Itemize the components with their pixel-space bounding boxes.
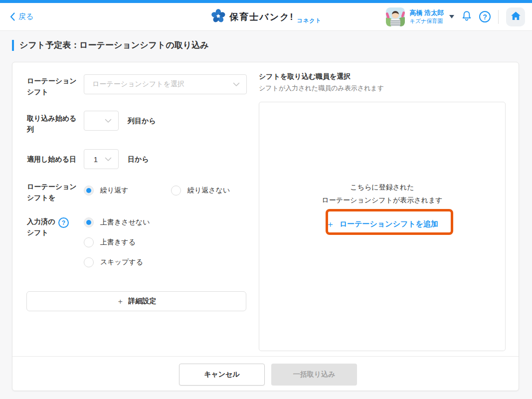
user-org: キズナ保育園 bbox=[409, 17, 444, 25]
app-header: 戻る 保育士バンク! コネクト bbox=[0, 3, 532, 31]
radio-overwrite[interactable]: 上書きする bbox=[84, 237, 136, 247]
help-icon[interactable]: ? bbox=[58, 217, 69, 228]
cancel-button[interactable]: キャンセル bbox=[179, 364, 265, 386]
help-button[interactable]: ? bbox=[479, 11, 491, 22]
staff-panel-subtitle: シフトが入力された職員のみ表示されます bbox=[259, 84, 384, 93]
chevron-down-icon bbox=[233, 80, 240, 89]
add-rotation-shift-button[interactable]: ＋ ローテーションシフトを追加 bbox=[326, 218, 438, 230]
chevron-down-icon bbox=[105, 155, 112, 164]
advanced-settings-button[interactable]: ＋ 詳細設定 bbox=[26, 291, 246, 311]
home-button[interactable] bbox=[506, 7, 525, 26]
radio-selected-icon bbox=[84, 186, 94, 196]
start-day-suffix: 日から bbox=[128, 149, 149, 169]
user-name: 高橋 浩太郎 bbox=[409, 8, 444, 17]
chevron-left-icon bbox=[10, 12, 15, 21]
title-accent-bar bbox=[12, 40, 14, 51]
plus-icon: ＋ bbox=[117, 297, 124, 306]
radio-unselected-icon bbox=[171, 186, 181, 196]
start-day-select[interactable]: 1 bbox=[84, 149, 119, 169]
user-menu[interactable]: 高橋 浩太郎 キズナ保育園 bbox=[386, 7, 454, 26]
avatar bbox=[386, 7, 405, 26]
radio-unselected-icon bbox=[84, 237, 94, 247]
rotation-shift-label: ローテーション シフト bbox=[27, 75, 77, 97]
radio-unselected-icon bbox=[84, 257, 94, 267]
logo-badge: コネクト bbox=[297, 17, 322, 25]
footer-divider bbox=[12, 356, 519, 357]
empty-state-line1: こちらに登録された bbox=[350, 181, 414, 194]
chevron-down-icon bbox=[105, 116, 112, 125]
empty-state: こちらに登録された ローテーションシフトが表示されます ＋ ローテーションシフト… bbox=[259, 102, 505, 351]
empty-state-line2: ローテーションシフトが表示されます bbox=[322, 194, 442, 206]
page-title-row: シフト予定表：ローテーションシフトの取り込み bbox=[12, 39, 209, 51]
staff-panel-title: シフトを取り込む職員を選択 bbox=[259, 72, 351, 81]
app-logo: 保育士バンク! コネクト bbox=[210, 8, 321, 25]
radio-no-repeat[interactable]: 繰り返さない bbox=[171, 186, 230, 196]
radio-skip[interactable]: スキップする bbox=[84, 257, 143, 267]
import-settings-card: ローテーション シフト ローテーションシフトを選択 取り込み始める 列 列目から… bbox=[12, 62, 519, 391]
caret-down-icon bbox=[449, 15, 454, 18]
staff-panel: こちらに登録された ローテーションシフトが表示されます ＋ ローテーションシフト… bbox=[259, 102, 506, 351]
bulk-import-button[interactable]: 一括取り込み bbox=[271, 364, 357, 386]
start-column-label: 取り込み始める 列 bbox=[27, 113, 76, 135]
logo-title: 保育士バンク! bbox=[229, 11, 294, 23]
home-icon bbox=[511, 11, 521, 22]
page-title: シフト予定表：ローテーションシフトの取り込み bbox=[19, 39, 209, 51]
start-column-suffix: 列目から bbox=[128, 111, 156, 131]
repeat-label: ローテーション シフトを bbox=[27, 181, 77, 203]
bell-icon bbox=[461, 10, 473, 23]
notifications-button[interactable] bbox=[461, 10, 473, 23]
start-day-value: 1 bbox=[84, 155, 118, 164]
logo-flower-icon bbox=[210, 8, 225, 25]
start-day-label: 適用し始める日 bbox=[27, 154, 76, 165]
start-column-select[interactable] bbox=[84, 111, 119, 131]
rotation-shift-placeholder: ローテーションシフトを選択 bbox=[84, 80, 184, 89]
radio-selected-icon bbox=[84, 217, 94, 227]
back-label: 戻る bbox=[18, 12, 33, 21]
back-button[interactable]: 戻る bbox=[10, 12, 33, 21]
radio-no-overwrite[interactable]: 上書きさせない bbox=[84, 217, 150, 227]
existing-shift-label: 入力済の シフト bbox=[27, 216, 55, 238]
header-divider bbox=[498, 10, 499, 24]
radio-repeat[interactable]: 繰り返す bbox=[84, 186, 129, 196]
question-icon: ? bbox=[479, 11, 491, 22]
plus-icon: ＋ bbox=[326, 218, 335, 230]
rotation-shift-select[interactable]: ローテーションシフトを選択 bbox=[84, 74, 247, 94]
